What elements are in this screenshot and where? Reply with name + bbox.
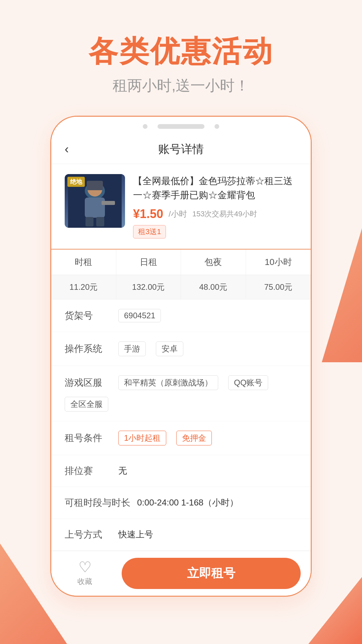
- price-unit: /小时: [169, 209, 187, 219]
- info-row-os: 操作系统 手游 安卓: [51, 332, 311, 366]
- price-table-header: 时租 日租 包夜 10小时: [51, 249, 311, 275]
- info-row-ranked: 排位赛 无: [51, 455, 311, 487]
- back-button[interactable]: ‹: [65, 142, 69, 156]
- product-title: 【全网最低价】金色玛莎拉蒂☆租三送一☆赛季手册已购☆金耀背包: [133, 174, 297, 202]
- info-row-shelf: 货架号 6904521: [51, 300, 311, 332]
- phone-mockup: ‹ 账号详情: [50, 116, 312, 597]
- price-header-shizu: 时租: [51, 250, 116, 275]
- label-server: 游戏区服: [65, 376, 112, 389]
- product-price-row: ¥1.50 /小时 153次交易共49小时: [133, 207, 297, 221]
- heart-icon: ♡: [78, 560, 92, 575]
- value-timerange: 0:00-24:00 1-168（小时）: [137, 497, 238, 508]
- tag-no-deposit: 免押金: [176, 431, 212, 445]
- label-login-method: 上号方式: [65, 528, 112, 541]
- bg-decor-bottom-right: [308, 577, 362, 644]
- favorite-section[interactable]: ♡ 收藏: [51, 560, 118, 587]
- phone-pill: [158, 124, 204, 129]
- svg-rect-4: [87, 181, 103, 190]
- game-badge: 绝地: [67, 177, 85, 187]
- account-header-title: 账号详情: [158, 142, 204, 157]
- info-row-login-method: 上号方式 快速上号: [51, 519, 311, 551]
- price-table: 时租 日租 包夜 10小时 11.20元 132.00元 48.00元 75.0…: [51, 249, 311, 300]
- svg-rect-6: [85, 217, 94, 226]
- favorite-label: 收藏: [77, 577, 92, 587]
- tag-shelf-number: 6904521: [118, 309, 161, 322]
- value-ranked: 无: [118, 465, 127, 477]
- hero-subtitle: 租两小时,送一小时！: [0, 76, 362, 96]
- label-timerange: 可租时段与时长: [65, 496, 130, 509]
- svg-rect-7: [96, 217, 104, 226]
- product-info: 【全网最低价】金色玛莎拉蒂☆租三送一☆赛季手册已购☆金耀背包 ¥1.50 /小时…: [133, 174, 297, 238]
- price-val-shizu: 11.20元: [51, 275, 116, 299]
- phone-top-bar: [51, 117, 311, 135]
- price-header-baoye: 包夜: [181, 250, 246, 275]
- bottom-bar: ♡ 收藏 立即租号: [51, 551, 311, 596]
- label-ranked: 排位赛: [65, 465, 112, 477]
- product-card: 绝地 【全网最低价】金色玛莎拉蒂☆租三送一☆赛季手册已购☆金耀背包 ¥1.50 …: [51, 164, 311, 249]
- price-val-baoye: 48.00元: [181, 275, 246, 299]
- product-tag: 租3送1: [133, 225, 166, 238]
- rent-button[interactable]: 立即租号: [122, 558, 301, 589]
- account-header: ‹ 账号详情: [51, 135, 311, 164]
- tag-os-mobile: 手游: [118, 341, 146, 356]
- phone-dot-right: [215, 124, 219, 129]
- label-shelf: 货架号: [65, 309, 112, 322]
- svg-rect-2: [85, 198, 105, 218]
- phone-dot-left: [143, 124, 147, 129]
- info-row-timerange: 可租时段与时长 0:00-24:00 1-168（小时）: [51, 487, 311, 519]
- info-row-server: 游戏区服 和平精英（原刺激战场） QQ账号 全区全服: [51, 366, 311, 421]
- bg-decor-right: [322, 228, 362, 362]
- price-val-rizu: 132.00元: [116, 275, 181, 299]
- tag-min-1h: 1小时起租: [118, 431, 166, 445]
- product-price: ¥1.50: [133, 207, 163, 221]
- svg-rect-5: [102, 201, 115, 205]
- product-image: 绝地: [65, 174, 125, 228]
- tag-server-qq: QQ账号: [228, 375, 268, 390]
- label-conditions: 租号条件: [65, 432, 112, 444]
- info-section: 货架号 6904521 操作系统 手游 安卓 游戏区服 和平精英（原刺激战场） …: [51, 300, 311, 551]
- tag-os-android: 安卓: [156, 341, 183, 356]
- price-header-rizu: 日租: [116, 250, 181, 275]
- tag-server-all: 全区全服: [65, 397, 108, 412]
- info-row-conditions: 租号条件 1小时起租 免押金: [51, 421, 311, 455]
- hero-section: 各类优惠活动 租两小时,送一小时！: [0, 0, 362, 116]
- value-login-method: 快速上号: [118, 529, 153, 540]
- tag-server-game: 和平精英（原刺激战场）: [118, 375, 218, 390]
- price-table-row: 11.20元 132.00元 48.00元 75.00元: [51, 275, 311, 299]
- price-val-10h: 75.00元: [246, 275, 311, 299]
- product-stats: 153次交易共49小时: [192, 209, 257, 219]
- label-os: 操作系统: [65, 342, 112, 355]
- price-header-10h: 10小时: [246, 250, 311, 275]
- hero-title: 各类优惠活动: [0, 34, 362, 69]
